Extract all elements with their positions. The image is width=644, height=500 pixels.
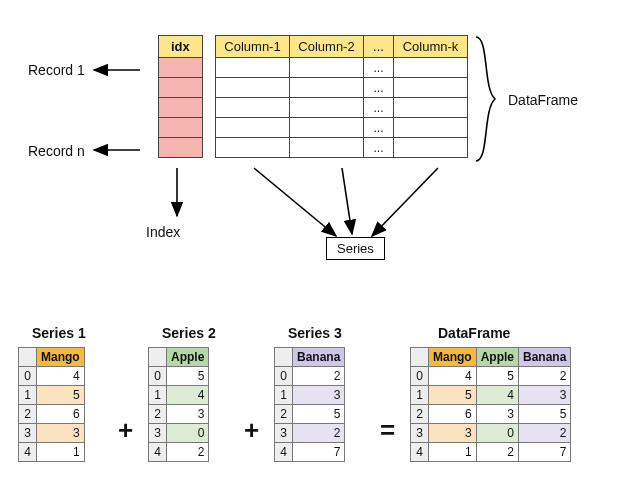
- idx-cell: [159, 118, 203, 138]
- row-dots: ...: [364, 118, 394, 138]
- series-1-title: Series 1: [18, 325, 86, 341]
- brace-icon: [475, 36, 497, 162]
- row-dots: ...: [364, 138, 394, 158]
- idx-header: idx: [159, 36, 203, 58]
- idx-cell: [159, 98, 203, 118]
- series-1-block: Series 1 Mango 04 15 26 33 41: [18, 325, 86, 462]
- series-2-block: Series 2 Apple 05 14 23 30 42: [148, 325, 216, 462]
- series-box: Series: [326, 237, 385, 260]
- series-3-title: Series 3: [274, 325, 345, 341]
- series-3-table: Banana 02 13 25 32 47: [274, 347, 345, 462]
- index-column: idx: [158, 35, 203, 158]
- apple-header: Apple: [167, 348, 209, 367]
- row-dots: ...: [364, 98, 394, 118]
- df-apple-header: Apple: [476, 348, 518, 367]
- mango-header: Mango: [37, 348, 85, 367]
- series-2-title: Series 2: [148, 325, 216, 341]
- equals: =: [380, 415, 395, 446]
- dataframe-label: DataFrame: [508, 92, 578, 108]
- row-dots: ...: [364, 58, 394, 78]
- df-mango-header: Mango: [429, 348, 477, 367]
- idx-cell: [159, 58, 203, 78]
- dataframe-block: DataFrame Mango Apple Banana 0 4 5 2 1 5…: [410, 325, 571, 462]
- index-label: Index: [146, 224, 180, 240]
- idx-cell: [159, 78, 203, 98]
- plus-2: +: [244, 415, 259, 446]
- df-banana-header: Banana: [519, 348, 571, 367]
- record-n-label: Record n: [28, 143, 85, 159]
- dataframe-schematic: Column-1 Column-2 ... Column-k ... ... .…: [215, 35, 468, 158]
- banana-header: Banana: [293, 348, 345, 367]
- col-k-header: Column-k: [394, 36, 468, 58]
- series-3-block: Series 3 Banana 02 13 25 32 47: [274, 325, 345, 462]
- series-1-table: Mango 04 15 26 33 41: [18, 347, 85, 462]
- plus-1: +: [118, 415, 133, 446]
- series-2-table: Apple 05 14 23 30 42: [148, 347, 209, 462]
- dataframe-title: DataFrame: [410, 325, 571, 341]
- idx-cell: [159, 138, 203, 158]
- dataframe-table: Mango Apple Banana 0 4 5 2 1 5 4 3 2 6 3…: [410, 347, 571, 462]
- svg-line-5: [372, 168, 438, 236]
- record-1-label: Record 1: [28, 62, 85, 78]
- col-dots-header: ...: [364, 36, 394, 58]
- col-2-header: Column-2: [290, 36, 364, 58]
- svg-line-4: [342, 168, 352, 234]
- row-dots: ...: [364, 78, 394, 98]
- svg-line-3: [254, 168, 336, 236]
- col-1-header: Column-1: [216, 36, 290, 58]
